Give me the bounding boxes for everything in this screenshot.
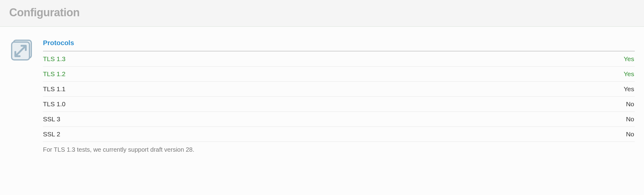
protocols-footnote: For TLS 1.3 tests, we currently support … (43, 142, 635, 153)
protocol-name: SSL 3 (43, 112, 443, 127)
protocols-table: TLS 1.3YesTLS 1.2YesTLS 1.1YesTLS 1.0NoS… (43, 52, 635, 142)
protocol-name: TLS 1.0 (43, 97, 443, 112)
protocol-value: Yes (443, 52, 635, 67)
protocol-value: Yes (443, 67, 635, 82)
protocol-value: Yes (443, 82, 635, 97)
table-row: TLS 1.1Yes (43, 82, 635, 97)
table-row: TLS 1.0No (43, 97, 635, 112)
protocol-value: No (443, 127, 635, 142)
protocol-name: TLS 1.1 (43, 82, 443, 97)
header-band: Configuration (0, 0, 644, 27)
protocol-name: TLS 1.3 (43, 52, 443, 67)
protocols-heading: Protocols (43, 39, 635, 52)
protocol-name: SSL 2 (43, 127, 443, 142)
page-title: Configuration (9, 6, 635, 19)
protocol-value: No (443, 97, 635, 112)
icon-slot (9, 39, 34, 61)
protocols-section: Protocols TLS 1.3YesTLS 1.2YesTLS 1.1Yes… (43, 39, 635, 153)
content: Protocols TLS 1.3YesTLS 1.2YesTLS 1.1Yes… (0, 27, 644, 162)
expand-icon (10, 39, 33, 61)
protocol-name: TLS 1.2 (43, 67, 443, 82)
table-row: TLS 1.3Yes (43, 52, 635, 67)
table-row: SSL 2No (43, 127, 635, 142)
table-row: SSL 3No (43, 112, 635, 127)
protocol-value: No (443, 112, 635, 127)
table-row: TLS 1.2Yes (43, 67, 635, 82)
